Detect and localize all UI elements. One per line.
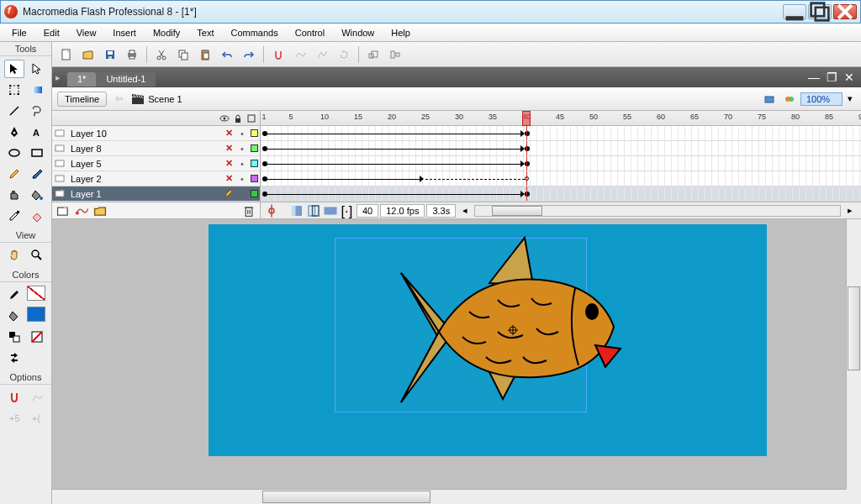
timeline-track[interactable] <box>261 156 861 171</box>
pen-tool[interactable] <box>4 123 24 141</box>
doc-minimize-button[interactable]: — <box>805 71 823 84</box>
print-button[interactable] <box>123 45 141 64</box>
menu-window[interactable]: Window <box>333 26 383 39</box>
new-button[interactable] <box>57 45 76 64</box>
layer-lock-indicator[interactable]: ✕ <box>221 173 236 184</box>
hand-tool[interactable] <box>4 246 24 265</box>
stage-vscroll[interactable] <box>846 219 861 489</box>
text-tool[interactable]: A <box>27 123 47 141</box>
open-button[interactable] <box>79 45 98 64</box>
layer-dot[interactable]: • <box>236 174 248 184</box>
layer-outline-swatch[interactable] <box>248 175 260 182</box>
layer-row[interactable]: Layer 10✕• <box>52 126 260 141</box>
timeline-toggle-button[interactable]: Timeline <box>57 92 107 107</box>
fill-color-swatch[interactable] <box>27 307 45 322</box>
gradient-transform-tool[interactable] <box>27 81 47 99</box>
fish-drawing[interactable] <box>321 233 624 417</box>
zoom-dropdown-icon[interactable]: ▾ <box>844 93 856 104</box>
redo-button[interactable] <box>240 45 258 64</box>
center-frame-button[interactable] <box>264 204 279 218</box>
layer-outline-swatch[interactable] <box>248 190 260 197</box>
subselection-tool[interactable] <box>27 60 47 78</box>
timeline-track[interactable] <box>261 126 861 141</box>
eye-icon[interactable] <box>219 113 230 123</box>
copy-button[interactable] <box>174 45 193 64</box>
menu-control[interactable]: Control <box>287 26 333 39</box>
new-layer-button[interactable] <box>55 204 71 218</box>
brush-tool[interactable] <box>27 165 47 183</box>
layer-dot[interactable]: • <box>236 189 248 199</box>
layer-dot[interactable]: • <box>236 159 248 169</box>
black-white-button[interactable] <box>4 328 24 346</box>
stroke-color-swatch[interactable] <box>27 286 45 301</box>
selection-tool[interactable] <box>4 60 24 78</box>
align-button[interactable] <box>386 45 404 64</box>
menu-insert[interactable]: Insert <box>104 26 145 39</box>
layer-row[interactable]: Layer 5✕• <box>52 156 260 171</box>
straighten-option[interactable]: +5 <box>4 409 24 428</box>
lasso-tool[interactable] <box>27 102 47 120</box>
new-motion-guide-button[interactable] <box>74 204 89 218</box>
menu-view[interactable]: View <box>68 26 105 39</box>
layer-lock-indicator[interactable]: ✕ <box>221 128 236 139</box>
minimize-button[interactable] <box>783 4 806 19</box>
scroll-right-button[interactable]: ▸ <box>843 204 858 218</box>
oval-tool[interactable] <box>4 144 24 162</box>
onion-skin-button[interactable] <box>289 204 304 218</box>
snap-to-objects-button[interactable] <box>269 45 288 64</box>
tab-arrow-icon[interactable]: ▸ <box>55 72 67 83</box>
swap-colors-button[interactable] <box>4 349 24 367</box>
menu-file[interactable]: File <box>3 26 35 39</box>
edit-scene-button[interactable] <box>760 90 779 108</box>
tab-untitled[interactable]: Untitled-1 <box>96 72 156 87</box>
timeline-track[interactable] <box>261 141 861 156</box>
scrollbar-thumb[interactable] <box>848 286 860 370</box>
scrollbar-thumb[interactable] <box>492 206 542 216</box>
new-folder-button[interactable] <box>92 204 108 218</box>
scale-button[interactable] <box>364 45 383 64</box>
edit-multiple-frames-button[interactable] <box>323 204 338 218</box>
layer-dot[interactable]: • <box>236 144 248 154</box>
straighten-button[interactable] <box>313 45 331 64</box>
scrollbar-thumb[interactable] <box>262 491 430 503</box>
timeline-hscroll[interactable] <box>474 205 841 217</box>
maximize-button[interactable] <box>808 4 832 19</box>
layer-row[interactable]: Layer 8✕• <box>52 141 260 156</box>
undo-button[interactable] <box>218 45 236 64</box>
stage-hscroll[interactable] <box>52 489 846 504</box>
doc-restore-button[interactable]: ❐ <box>823 71 841 84</box>
pencil-tool[interactable] <box>4 165 24 183</box>
layer-outline-swatch[interactable] <box>248 160 260 167</box>
close-button[interactable] <box>833 4 857 19</box>
doc-close-button[interactable]: ✕ <box>841 71 858 84</box>
no-color-button[interactable] <box>27 328 47 346</box>
snap-option[interactable] <box>4 388 24 407</box>
rectangle-tool[interactable] <box>27 144 47 162</box>
layer-lock-indicator[interactable]: ✕ <box>221 158 236 169</box>
menu-text[interactable]: Text <box>188 26 222 39</box>
save-button[interactable] <box>101 45 119 64</box>
menu-help[interactable]: Help <box>383 26 419 39</box>
onion-skin-outlines-button[interactable] <box>306 204 321 218</box>
eraser-tool[interactable] <box>27 207 47 225</box>
layer-lock-indicator[interactable]: ✕ <box>221 143 236 154</box>
tracks[interactable] <box>261 126 861 202</box>
free-transform-tool[interactable] <box>4 81 24 99</box>
timeline-track[interactable] <box>261 171 861 186</box>
scroll-left-button[interactable]: ◂ <box>457 204 473 218</box>
tab-1[interactable]: 1* <box>67 72 96 87</box>
paste-button[interactable] <box>196 45 214 64</box>
timeline-track[interactable] <box>261 186 861 202</box>
layer-row[interactable]: Layer 1• <box>52 186 260 202</box>
option-4[interactable]: +( <box>27 409 47 428</box>
layer-outline-swatch[interactable] <box>248 129 260 137</box>
delete-layer-button[interactable] <box>241 204 256 218</box>
modify-onion-markers-button[interactable]: [·] <box>340 204 355 218</box>
zoom-field[interactable]: 100% <box>800 92 843 106</box>
menu-edit[interactable]: Edit <box>35 26 68 39</box>
menu-modify[interactable]: Modify <box>145 26 188 39</box>
paint-bucket-tool[interactable] <box>27 186 47 204</box>
back-arrow-icon[interactable]: ⇦ <box>112 93 126 104</box>
eyedropper-tool[interactable] <box>4 207 24 225</box>
smooth-button[interactable] <box>291 45 309 64</box>
